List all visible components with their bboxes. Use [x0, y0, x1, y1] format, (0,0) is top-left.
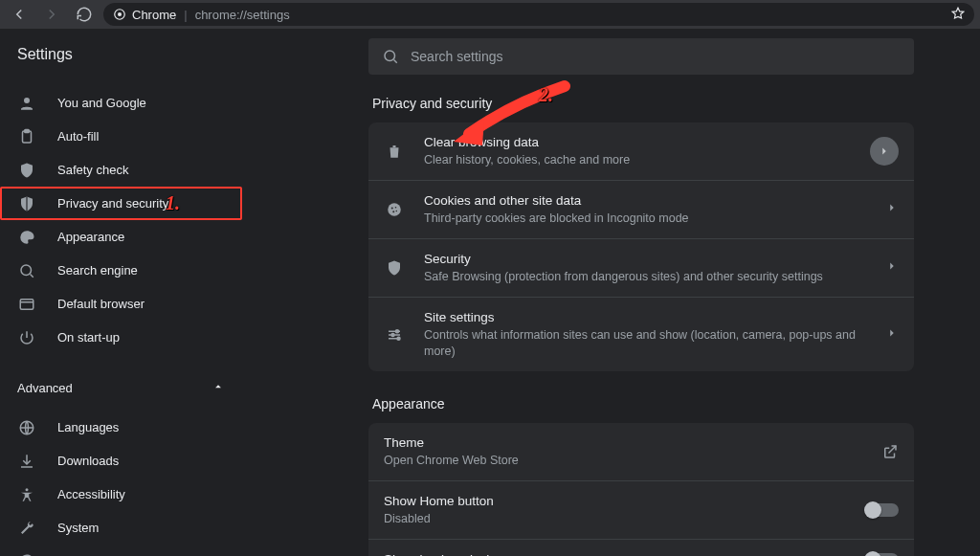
nav-reload-button[interactable]	[71, 2, 98, 27]
sidebar-item-on-startup[interactable]: On start-up	[0, 321, 242, 354]
row-security[interactable]: Security Safe Browsing (protection from …	[368, 239, 914, 298]
row-title: Security	[424, 251, 866, 268]
sidebar-item-autofill[interactable]: Auto-fill	[0, 120, 242, 153]
svg-point-14	[396, 211, 398, 212]
search-icon	[382, 48, 399, 65]
chevron-up-icon	[212, 380, 225, 396]
sidebar-item-label: You and Google	[57, 96, 146, 110]
row-cookies[interactable]: Cookies and other site data Third-party …	[368, 181, 914, 239]
svg-point-10	[388, 203, 401, 216]
annotation-label-2: 2.	[539, 84, 553, 106]
sidebar-item-label: Safety check	[57, 163, 128, 177]
svg-point-8	[26, 488, 29, 491]
svg-rect-4	[25, 129, 30, 132]
sidebar-item-reset[interactable]: Reset settings	[0, 545, 242, 556]
svg-point-2	[24, 98, 30, 103]
settings-content: Privacy and security Clear browsing data…	[242, 29, 980, 556]
globe-icon	[17, 419, 36, 436]
bookmark-star-icon[interactable]	[951, 7, 965, 23]
sidebar-advanced-toggle[interactable]: Advanced	[0, 371, 242, 405]
row-show-bookmarks-bar[interactable]: Show bookmarks bar	[368, 540, 914, 556]
sidebar-item-label: Accessibility	[57, 487, 125, 501]
clipboard-icon	[17, 128, 36, 145]
row-site-settings[interactable]: Site settings Controls what information …	[368, 298, 914, 371]
chevron-right-icon	[885, 259, 899, 277]
sidebar-item-label: Default browser	[57, 297, 145, 311]
sidebar-item-safety-check[interactable]: Safety check	[0, 153, 242, 187]
sidebar-item-label: Downloads	[57, 454, 119, 468]
sidebar-main-list: You and Google Auto-fill Safety check Pr…	[0, 80, 242, 354]
sidebar-item-label: System	[57, 521, 99, 535]
power-icon	[17, 329, 36, 346]
shield-icon	[384, 259, 405, 277]
download-icon	[17, 453, 36, 470]
omnibox-origin-label: Chrome	[132, 8, 176, 22]
nav-forward-button[interactable]	[38, 2, 65, 27]
nav-back-button[interactable]	[6, 2, 33, 27]
row-title: Show bookmarks bar	[384, 551, 847, 556]
row-subtitle: Safe Browsing (protection from dangerous…	[424, 269, 866, 285]
sidebar-item-languages[interactable]: Languages	[0, 411, 242, 444]
sidebar-item-appearance[interactable]: Appearance	[0, 220, 242, 254]
advanced-label: Advanced	[17, 381, 73, 395]
row-title: Clear browsing data	[424, 134, 851, 151]
row-subtitle: Disabled	[384, 511, 847, 527]
sidebar-item-downloads[interactable]: Downloads	[0, 444, 242, 478]
svg-point-13	[392, 211, 394, 212]
row-title: Cookies and other site data	[424, 192, 866, 210]
palette-icon	[17, 229, 36, 246]
omnibox-origin-chip: Chrome	[113, 8, 176, 22]
sidebar-item-privacy-security[interactable]: Privacy and security	[0, 187, 242, 220]
sidebar-item-label: Languages	[57, 420, 119, 434]
sidebar-item-label: Auto-fill	[57, 129, 99, 144]
sidebar-item-default-browser[interactable]: Default browser	[0, 287, 242, 321]
svg-point-15	[396, 329, 399, 332]
row-subtitle: Third-party cookies are blocked in Incog…	[424, 211, 866, 227]
row-subtitle: Controls what information sites can use …	[424, 327, 866, 360]
settings-search[interactable]	[368, 38, 914, 75]
sidebar-item-you-and-google[interactable]: You and Google	[0, 86, 242, 120]
row-theme[interactable]: Theme Open Chrome Web Store	[368, 423, 914, 481]
row-subtitle: Clear history, cookies, cache and more	[424, 152, 851, 168]
omnibox-separator: |	[184, 8, 187, 22]
settings-sidebar: Settings You and Google Auto-fill Safety…	[0, 29, 242, 556]
person-icon	[17, 95, 36, 112]
toggle-show-home[interactable]	[866, 503, 899, 517]
chevron-right-icon	[885, 201, 899, 218]
restore-icon	[17, 553, 36, 557]
sidebar-item-label: Appearance	[57, 230, 124, 244]
privacy-card: Clear browsing data Clear history, cooki…	[368, 122, 914, 371]
shield-check-icon	[17, 162, 36, 179]
tune-icon	[384, 326, 405, 344]
svg-point-11	[391, 208, 393, 210]
chevron-right-icon	[885, 326, 899, 344]
sidebar-item-accessibility[interactable]: Accessibility	[0, 478, 242, 511]
browser-toolbar: Chrome | chrome://settings	[0, 0, 980, 29]
cookie-icon	[384, 201, 405, 218]
row-clear-browsing-data[interactable]: Clear browsing data Clear history, cooki…	[368, 122, 914, 181]
svg-point-12	[395, 207, 397, 209]
svg-point-9	[385, 51, 395, 61]
trash-icon	[384, 143, 405, 160]
web-icon	[17, 296, 36, 313]
sidebar-title: Settings	[0, 29, 242, 80]
sidebar-advanced-list: Languages Downloads Accessibility System…	[0, 405, 242, 556]
svg-rect-6	[20, 299, 33, 309]
sidebar-item-label: On start-up	[57, 330, 120, 345]
svg-point-1	[118, 12, 122, 16]
omnibox-url: chrome://settings	[195, 8, 290, 22]
sidebar-item-system[interactable]: System	[0, 511, 242, 545]
search-icon	[17, 262, 36, 279]
open-external-icon	[881, 443, 899, 460]
accessibility-icon	[17, 486, 36, 503]
row-subtitle: Open Chrome Web Store	[384, 453, 862, 469]
settings-search-input[interactable]	[411, 49, 901, 64]
annotation-label-1: 1.	[166, 192, 180, 214]
wrench-icon	[17, 520, 36, 537]
appearance-card: Theme Open Chrome Web Store Show Home bu…	[368, 423, 914, 556]
row-show-home-button[interactable]: Show Home button Disabled	[368, 481, 914, 540]
section-title-privacy: Privacy and security	[372, 96, 914, 111]
omnibox[interactable]: Chrome | chrome://settings	[103, 3, 974, 26]
sidebar-item-search-engine[interactable]: Search engine	[0, 254, 242, 287]
svg-point-16	[391, 333, 394, 336]
